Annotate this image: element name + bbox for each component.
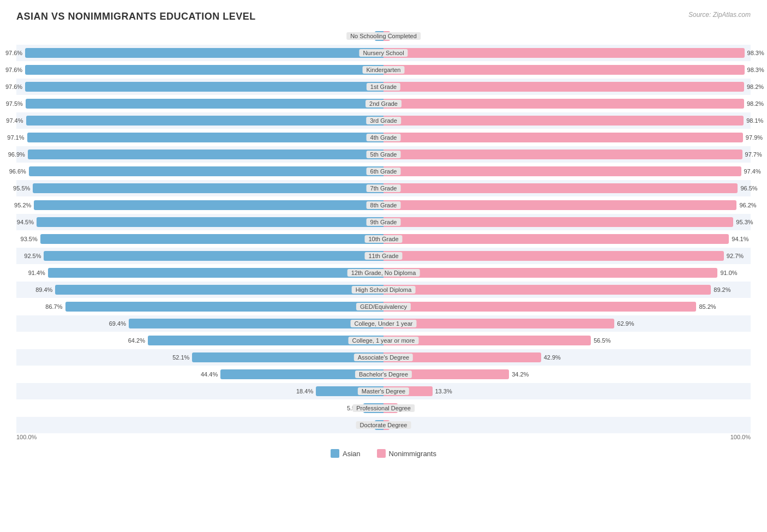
bar-center-label: 2nd Grade	[365, 100, 402, 107]
right-bar-value: 97.4%	[741, 168, 761, 175]
bar-center-label: 7th Grade	[367, 184, 401, 192]
right-bar: 85.2%	[384, 302, 696, 312]
left-bar: 93.5%	[40, 234, 384, 244]
right-bar: 98.2%	[384, 82, 744, 92]
left-bar: 94.5%	[37, 217, 384, 227]
bar-center-label: Doctorate Degree	[356, 421, 411, 429]
bar-row: 52.1%Associate's Degree42.9%	[16, 349, 751, 366]
left-bar: 97.5%	[26, 99, 384, 109]
bar-center-label: 4th Grade	[367, 134, 401, 141]
bar-center-label: Kindergarten	[363, 66, 405, 74]
bar-center-label: Nursery School	[359, 49, 408, 57]
left-bar-value: 95.2%	[14, 202, 34, 208]
right-bar-value: 42.9%	[541, 354, 561, 361]
left-bar: 97.1%	[27, 133, 384, 142]
bar-center-label: 8th Grade	[367, 201, 401, 209]
right-bar-value: 98.2%	[744, 100, 764, 107]
right-bar-value: 92.7%	[724, 253, 744, 259]
right-bar-value: 34.2%	[509, 371, 529, 378]
left-bar: 97.4%	[26, 116, 384, 125]
right-bar-value: 62.9%	[614, 320, 634, 327]
legend-nonimmigrants: Nonimmigrants	[377, 449, 436, 458]
bar-row: 5.5%Professional Degree3.9%	[16, 400, 751, 416]
left-bar: 95.5%	[33, 183, 384, 193]
right-bar-value: 13.3%	[433, 388, 452, 394]
left-bar-value: 97.6%	[5, 67, 25, 73]
left-bar-value: 97.4%	[6, 117, 26, 124]
left-bar-value: 97.5%	[6, 100, 26, 107]
left-bar: 96.6%	[29, 166, 384, 176]
bar-row: 95.2%8th Grade96.2%	[16, 197, 751, 213]
left-bar-value: 44.4%	[201, 371, 220, 378]
bar-center-label: Master's Degree	[358, 387, 409, 395]
bar-center-label: 9th Grade	[367, 218, 401, 226]
left-bar: 97.6%	[25, 65, 384, 75]
right-bar-value: 98.2%	[744, 83, 764, 90]
bar-center-label: 5th Grade	[367, 151, 401, 158]
bar-center-label: College, 1 year or more	[349, 337, 419, 344]
bar-row: 86.7%GED/Equivalency85.2%	[16, 298, 751, 315]
right-bar-value: 94.1%	[729, 236, 748, 242]
right-bar-value: 96.2%	[736, 202, 756, 208]
bar-center-label: GED/Equivalency	[356, 303, 411, 310]
left-bar-value: 92.5%	[24, 253, 44, 259]
left-bar-value: 69.4%	[109, 320, 129, 327]
right-bar: 96.2%	[384, 200, 736, 210]
bar-center-label: Professional Degree	[352, 404, 415, 412]
bar-row: 97.4%3rd Grade98.1%	[16, 112, 751, 129]
right-bar-value: 98.3%	[745, 50, 764, 56]
left-bar: 86.7%	[65, 302, 384, 312]
right-bar-value: 98.1%	[744, 117, 763, 124]
legend-nonimmigrants-label: Nonimmigrants	[389, 450, 436, 458]
left-bar: 96.9%	[28, 150, 384, 159]
legend-asian: Asian	[331, 449, 361, 458]
bar-row: 44.4%Bachelor's Degree34.2%	[16, 366, 751, 382]
bar-row: 92.5%11th Grade92.7%	[16, 248, 751, 264]
left-bar-value: 52.1%	[172, 354, 192, 361]
left-bar-value: 96.9%	[8, 151, 28, 158]
legend: Asian Nonimmigrants	[16, 449, 751, 458]
right-bar: 92.7%	[384, 251, 724, 261]
left-bar-value: 97.6%	[5, 50, 25, 56]
right-bar-value: 97.9%	[743, 134, 763, 141]
bar-row: 89.4%High School Diploma89.2%	[16, 282, 751, 298]
left-bar: 97.6%	[25, 82, 384, 92]
axis-right-label: 100.0%	[730, 434, 751, 440]
bar-center-label: College, Under 1 year	[350, 320, 416, 327]
chart-title: ASIAN VS NONIMMIGRANTS EDUCATION LEVEL	[16, 11, 751, 22]
left-bar-value: 64.2%	[128, 337, 148, 344]
right-bar: 97.9%	[384, 133, 743, 142]
right-bar: 97.4%	[384, 166, 741, 176]
bar-center-label: 1st Grade	[367, 83, 400, 91]
left-bar: 91.4%	[48, 268, 384, 278]
left-bar: 97.6%	[25, 48, 384, 58]
right-bar: 96.5%	[384, 183, 738, 193]
right-bar-value: 98.3%	[745, 67, 764, 73]
right-bar: 98.2%	[384, 99, 744, 109]
left-bar-value: 95.5%	[13, 185, 33, 192]
right-bar-value: 95.3%	[733, 219, 753, 225]
right-bar: 94.1%	[384, 234, 729, 244]
axis-left-label: 100.0%	[16, 434, 37, 440]
right-bar-value: 96.5%	[738, 185, 757, 192]
right-bar: 98.3%	[384, 65, 745, 75]
bar-row: 91.4%12th Grade, No Diploma91.0%	[16, 265, 751, 281]
right-bar: 89.2%	[384, 285, 711, 295]
axis-labels: 100.0% 100.0%	[16, 434, 751, 443]
left-bar-value: 97.6%	[5, 83, 25, 90]
bar-row: 93.5%10th Grade94.1%	[16, 231, 751, 247]
left-bar-value: 94.5%	[17, 219, 37, 225]
legend-nonimmigrants-color	[377, 449, 386, 458]
bar-center-label: No Schooling Completed	[346, 32, 421, 40]
right-bar-value: 85.2%	[696, 303, 716, 310]
left-bar-value: 18.4%	[296, 388, 316, 394]
right-bar: 95.3%	[384, 217, 733, 227]
left-bar: 69.4%	[129, 319, 384, 328]
bar-row: 97.6%1st Grade98.2%	[16, 79, 751, 95]
left-bar: 92.5%	[44, 251, 384, 261]
left-bar-value: 97.1%	[7, 134, 27, 141]
bar-row: 97.1%4th Grade97.9%	[16, 129, 751, 146]
left-bar-value: 89.4%	[35, 286, 55, 293]
right-bar: 97.7%	[384, 150, 742, 159]
bar-row: 2.4%No Schooling Completed1.8%	[16, 28, 751, 44]
